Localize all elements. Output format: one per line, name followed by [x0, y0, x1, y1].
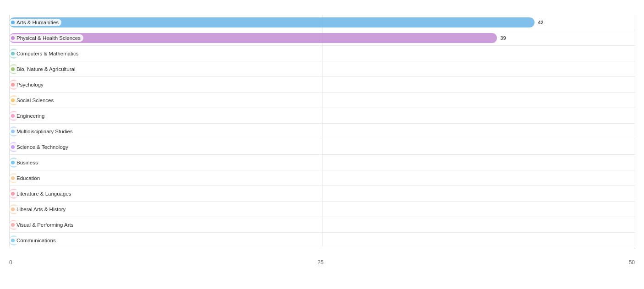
- label-dot: [11, 67, 15, 71]
- bar-label: Science & Technology: [9, 143, 71, 151]
- label-dot: [11, 239, 15, 242]
- bar-row: Science & Technology0: [9, 139, 635, 155]
- label-text: Business: [16, 160, 38, 165]
- label-text: Arts & Humanities: [16, 20, 59, 25]
- label-dot: [11, 21, 15, 24]
- label-dot: [11, 161, 15, 164]
- label-text: Social Sciences: [16, 98, 54, 103]
- label-dot: [11, 52, 15, 55]
- bar-row: Engineering0: [9, 108, 635, 124]
- bar-row: Social Sciences0: [9, 93, 635, 108]
- label-text: Psychology: [16, 82, 44, 87]
- label-text: Literature & Languages: [16, 191, 71, 196]
- bar-label: Psychology: [9, 81, 46, 88]
- bar-label: Literature & Languages: [9, 190, 74, 197]
- label-text: Science & Technology: [16, 144, 68, 150]
- bar-row: Literature & Languages0: [9, 186, 635, 202]
- bar-label: Social Sciences: [9, 97, 56, 104]
- bar-row: Physical & Health Sciences39: [9, 30, 635, 46]
- bar-label: Business: [9, 159, 41, 166]
- bar-label: Multidisciplinary Studies: [9, 128, 76, 135]
- label-dot: [11, 36, 15, 40]
- bar-row: Bio, Nature & Agricultural0: [9, 61, 635, 77]
- bar-label: Engineering: [9, 112, 47, 120]
- x-axis-tick: 0: [9, 259, 12, 266]
- label-text: Engineering: [16, 113, 44, 119]
- bar-value: 42: [538, 20, 543, 25]
- bar-label: Physical & Health Sciences: [9, 34, 83, 42]
- bar-row: Business0: [9, 155, 635, 170]
- bar-row: Multidisciplinary Studies0: [9, 124, 635, 139]
- bar-value: 39: [500, 35, 506, 41]
- bar-label: Visual & Performing Arts: [9, 221, 76, 229]
- bar-row: Psychology0: [9, 77, 635, 93]
- bar-row: Computers & Mathematics0: [9, 46, 635, 61]
- label-dot: [11, 114, 15, 118]
- label-text: Education: [16, 175, 40, 181]
- label-text: Computers & Mathematics: [16, 51, 79, 56]
- bar-label: Communications: [9, 237, 59, 244]
- bar-label: Arts & Humanities: [9, 19, 61, 26]
- label-text: Liberal Arts & History: [16, 207, 65, 212]
- bar-row: Liberal Arts & History0: [9, 202, 635, 217]
- label-dot: [11, 98, 15, 102]
- label-text: Communications: [16, 238, 56, 243]
- bar-label: Education: [9, 174, 43, 182]
- x-axis: 02550: [9, 259, 635, 266]
- label-dot: [11, 192, 15, 196]
- label-text: Multidisciplinary Studies: [16, 129, 73, 134]
- x-axis-tick: 25: [317, 259, 323, 266]
- bar-row: Arts & Humanities42: [9, 15, 635, 30]
- label-dot: [11, 207, 15, 211]
- label-dot: [11, 130, 15, 133]
- label-dot: [11, 145, 15, 149]
- label-text: Visual & Performing Arts: [16, 222, 73, 228]
- bars-section: Arts & Humanities42Physical & Health Sci…: [9, 15, 635, 257]
- chart-area: Arts & Humanities42Physical & Health Sci…: [9, 15, 635, 257]
- grid-line: [635, 15, 635, 246]
- bar-label: Computers & Mathematics: [9, 50, 82, 57]
- bar-row: Visual & Performing Arts0: [9, 217, 635, 233]
- bar-label: Bio, Nature & Agricultural: [9, 65, 78, 73]
- bar-row: Communications0: [9, 233, 635, 248]
- label-dot: [11, 83, 15, 87]
- x-axis-tick: 50: [629, 259, 635, 266]
- main-container: Arts & Humanities42Physical & Health Sci…: [0, 0, 644, 289]
- label-text: Bio, Nature & Agricultural: [16, 66, 75, 72]
- bar-track: [9, 17, 535, 27]
- label-dot: [11, 176, 15, 180]
- label-text: Physical & Health Sciences: [16, 35, 81, 41]
- bar-label: Liberal Arts & History: [9, 206, 68, 213]
- bar-row: Education0: [9, 170, 635, 186]
- label-dot: [11, 223, 15, 227]
